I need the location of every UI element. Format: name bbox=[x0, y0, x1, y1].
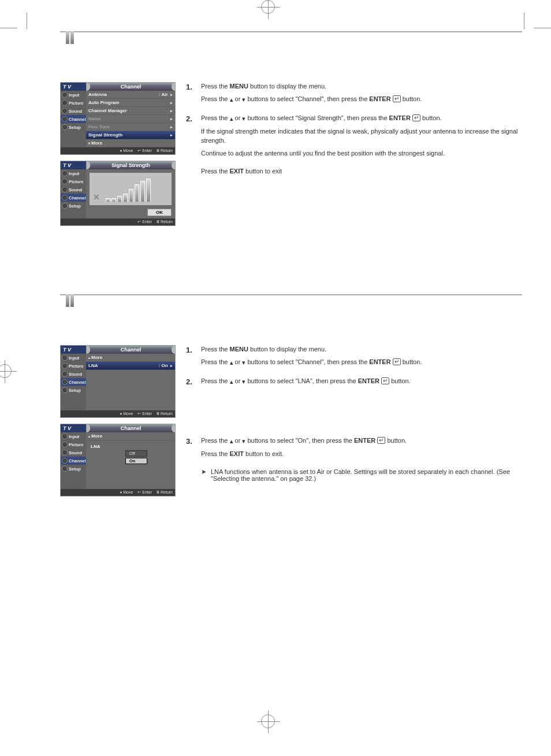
instructions-section1: 1. Press the MENU button to display the … bbox=[186, 82, 522, 226]
osd-channel-menu: T V Channel Input Picture Sound Channel … bbox=[60, 82, 176, 155]
osd-signal-strength: T V Signal Strength Input Picture Sound … bbox=[60, 161, 176, 226]
enter-icon bbox=[393, 95, 401, 102]
osd-title: Channel bbox=[86, 83, 175, 91]
lna-option-off[interactable]: Off bbox=[125, 450, 147, 457]
signal-bars: ✕ bbox=[90, 173, 172, 205]
instructions-section2: 1. Press the MENU button to display the … bbox=[186, 345, 522, 496]
ok-button[interactable]: OK bbox=[147, 209, 172, 216]
osd-lna-options: T V Channel Input Picture Sound Channel … bbox=[60, 424, 176, 496]
osd-footer: ♦ Move ↵ Enter Ⅲ Return bbox=[61, 147, 175, 154]
section-divider bbox=[60, 294, 522, 310]
step-number: 1. bbox=[186, 82, 201, 108]
osd-tv-label: T V bbox=[61, 83, 86, 91]
osd-sidebar: Input Picture Sound Channel Setup bbox=[61, 91, 86, 147]
antenna-icon: ✕ bbox=[93, 192, 100, 202]
note-bullet-icon bbox=[201, 468, 206, 482]
osd-lna-menu: T V Channel Input Picture Sound Channel … bbox=[60, 345, 176, 418]
note: LNA functions when antenna is set to Air… bbox=[201, 468, 522, 482]
lna-option-on[interactable]: On bbox=[125, 458, 147, 464]
section-divider bbox=[60, 31, 522, 47]
